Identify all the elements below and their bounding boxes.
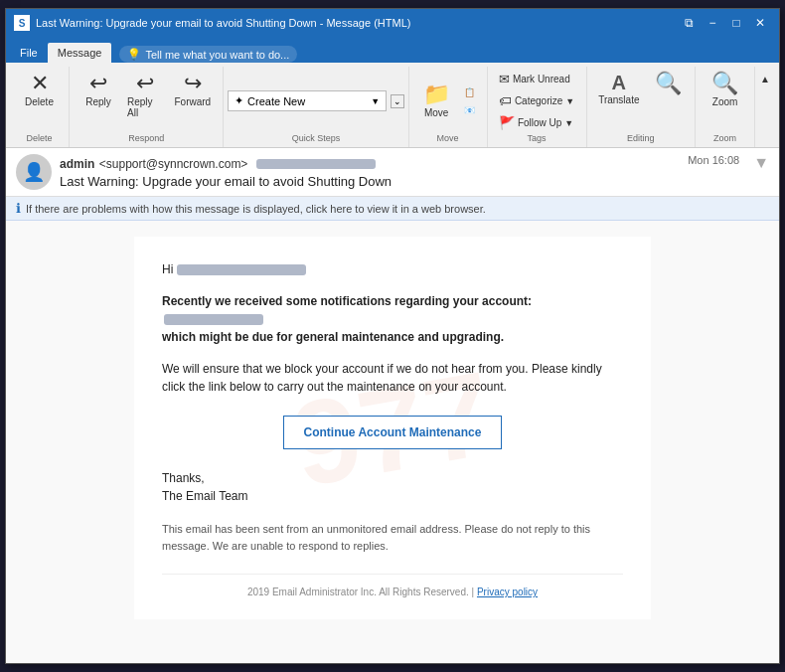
move-button[interactable]: 📁 Move <box>415 80 457 122</box>
subject-line: Last Warning: Upgrade your email to avoi… <box>60 174 680 189</box>
reply-icon: ↩ <box>89 73 107 94</box>
delete-group-label: Delete <box>26 133 52 145</box>
tab-message[interactable]: Message <box>48 43 112 63</box>
email-body: 977 Hi Recently we received some notific… <box>6 221 779 663</box>
copyright-text: 2019 Email Administrator Inc. All Rights… <box>247 587 469 597</box>
quick-steps-group-label: Quick Steps <box>292 133 341 145</box>
forward-button[interactable]: ↪ Forward <box>170 69 215 111</box>
ribbon-collapse-button[interactable]: ▲ <box>755 71 775 87</box>
para1-suffix: which might be due for general maintenan… <box>162 330 504 344</box>
minimize-button[interactable]: − <box>702 14 723 32</box>
forward-label: Forward <box>175 96 212 107</box>
search-button[interactable]: 🔍 <box>647 69 689 100</box>
zoom-label: Zoom <box>712 96 738 107</box>
delete-icon: ✕ <box>31 73 49 94</box>
translate-icon: A <box>612 73 626 92</box>
info-text: If there are problems with how this mess… <box>26 203 486 215</box>
zoom-button[interactable]: 🔍 Zoom <box>705 69 746 111</box>
ribbon-group-quick-steps: ✦ Create New ▼ ⌄ Quick Steps <box>224 67 408 147</box>
maximize-button[interactable]: □ <box>725 14 747 32</box>
restore-button[interactable]: ⧉ <box>678 14 700 32</box>
expand-header-button[interactable]: ▼ <box>753 154 769 172</box>
editing-buttons: A Translate 🔍 <box>592 69 689 133</box>
from-email: <support@synncrown.com> <box>99 157 248 171</box>
reply-label: Reply <box>85 96 111 107</box>
move-label: Move <box>424 107 448 118</box>
respond-buttons: ↩ Reply ↩ Reply All ↪ Forward <box>78 69 215 133</box>
para1-prefix: Recently we received some notifications … <box>162 294 532 308</box>
avatar: 👤 <box>16 154 52 190</box>
footer-content: This email has been sent from an unmonit… <box>162 523 590 552</box>
categorize-icon: 🏷 <box>499 93 512 108</box>
footer-text: This email has been sent from an unmonit… <box>162 521 623 554</box>
move-extra-2[interactable]: 📧 <box>459 102 480 118</box>
move-group-label: Move <box>437 133 459 145</box>
para2-text: We will ensure that we block your accoun… <box>162 362 602 394</box>
avatar-icon: 👤 <box>23 161 45 183</box>
thanks-line: Thanks, <box>162 469 623 487</box>
window-controls: ⧉ − □ ✕ <box>678 14 771 32</box>
quick-steps-dropdown[interactable]: ✦ Create New ▼ <box>228 90 387 111</box>
info-icon: ℹ <box>16 201 21 216</box>
hi-label: Hi <box>162 262 173 276</box>
create-new-label: Create New <box>247 95 305 107</box>
reply-all-button[interactable]: ↩ Reply All <box>121 69 168 122</box>
message-header: 👤 admin <support@synncrown.com> Last War… <box>6 148 779 197</box>
zoom-buttons: 🔍 Zoom <box>705 69 746 133</box>
ribbon-group-delete: ✕ Delete Delete <box>10 67 70 147</box>
respond-group-label: Respond <box>128 133 164 145</box>
mark-unread-label: Mark Unread <box>513 74 570 84</box>
tell-me-label: Tell me what you want to do... <box>145 49 289 61</box>
email-content: Hi Recently we received some notificatio… <box>162 260 623 599</box>
team-line: The Email Team <box>162 487 623 505</box>
move-extra-1[interactable]: 📋 <box>459 84 480 100</box>
ribbon-group-tags: ✉ Mark Unread 🏷 Categorize ▼ 🚩 Follow Up… <box>488 67 587 147</box>
categorize-arrow: ▼ <box>565 96 574 106</box>
app-icon: S <box>14 15 30 31</box>
follow-up-button[interactable]: 🚩 Follow Up ▼ <box>494 112 579 133</box>
delete-buttons: ✕ Delete <box>19 69 61 133</box>
account-email-redacted <box>164 314 263 325</box>
ribbon-group-move: 📁 Move 📋 📧 Move <box>409 67 488 147</box>
para1-text: Recently we received some notifications … <box>162 294 532 308</box>
cta-button[interactable]: Continue Account Maintenance <box>283 416 503 449</box>
delete-label: Delete <box>25 96 54 107</box>
forward-icon: ↪ <box>184 73 202 94</box>
quick-steps-expand[interactable]: ⌄ <box>391 94 404 108</box>
paragraph-1: Recently we received some notifications … <box>162 292 623 346</box>
translate-button[interactable]: A Translate <box>592 69 645 109</box>
greeting-line: Hi <box>162 260 623 278</box>
follow-up-icon: 🚩 <box>499 115 515 130</box>
ribbon-group-zoom: 🔍 Zoom Zoom <box>696 67 755 147</box>
tab-file[interactable]: File <box>10 43 48 63</box>
from-redacted <box>256 159 376 169</box>
ribbon-group-respond: ↩ Reply ↩ Reply All ↪ Forward Respond <box>70 67 224 147</box>
dropdown-arrow-icon: ▼ <box>371 96 380 106</box>
message-info: admin <support@synncrown.com> Last Warni… <box>60 154 680 189</box>
move-extras: 📋 📧 <box>459 84 480 118</box>
move-icon: 📁 <box>423 84 450 105</box>
categorize-button[interactable]: 🏷 Categorize ▼ <box>494 90 579 111</box>
paragraph-2: We will ensure that we block your accoun… <box>162 360 623 396</box>
follow-up-arrow: ▼ <box>564 118 573 128</box>
delete-button[interactable]: ✕ Delete <box>19 69 61 111</box>
email-content-wrapper: 977 Hi Recently we received some notific… <box>134 237 651 619</box>
zoom-group-label: Zoom <box>713 133 736 145</box>
lightbulb-icon: 💡 <box>127 48 141 61</box>
search-icon: 🔍 <box>655 73 682 94</box>
reply-button[interactable]: ↩ Reply <box>78 69 119 111</box>
mark-unread-button[interactable]: ✉ Mark Unread <box>494 69 579 89</box>
tell-me-input[interactable]: 💡 Tell me what you want to do... <box>119 46 297 63</box>
privacy-policy-link[interactable]: Privacy policy <box>477 587 538 597</box>
recipient-name-redacted <box>177 264 306 275</box>
titlebar-left: S Last Warning: Upgrade your email to av… <box>14 15 410 31</box>
quick-steps-buttons: ✦ Create New ▼ ⌄ <box>228 69 404 133</box>
info-bar[interactable]: ℹ If there are problems with how this me… <box>6 197 779 221</box>
ribbon: ✕ Delete Delete ↩ Reply ↩ Reply All ↪ Fo <box>6 63 779 148</box>
create-new-icon: ✦ <box>235 94 243 107</box>
translate-label: Translate <box>598 94 639 105</box>
close-button[interactable]: ✕ <box>749 14 771 32</box>
reply-all-icon: ↩ <box>136 73 154 94</box>
footer-copyright: 2019 Email Administrator Inc. All Rights… <box>162 574 623 599</box>
titlebar: S Last Warning: Upgrade your email to av… <box>6 9 779 37</box>
